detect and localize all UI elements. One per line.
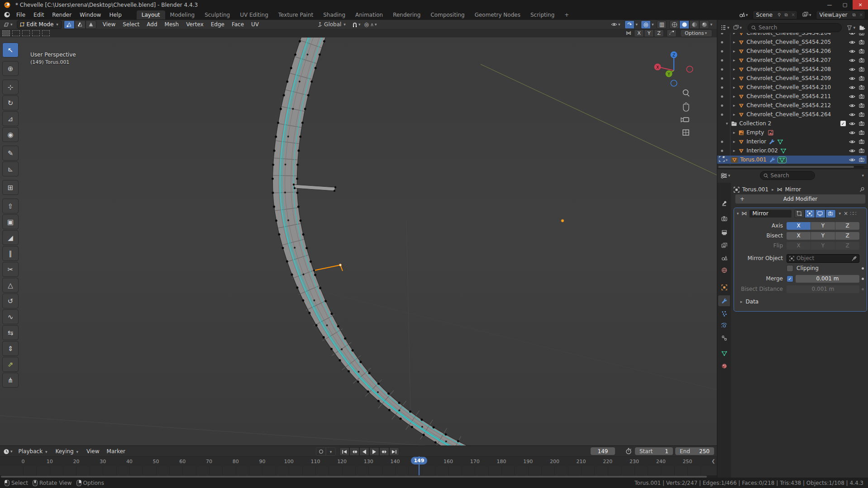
- tool-spin[interactable]: ↺: [2, 294, 19, 308]
- properties-tab-particles[interactable]: [718, 308, 730, 319]
- outliner-row-chevrolet-chevelle-ss454-205[interactable]: ▸Chevrolet_Chevelle_SS454.205: [717, 38, 867, 46]
- pin-icon[interactable]: [859, 187, 865, 192]
- tool-inset-faces[interactable]: ▣: [2, 214, 19, 229]
- duplicate-scene-icon[interactable]: ⧉: [782, 12, 789, 18]
- outliner-filter-icon[interactable]: ▾: [845, 25, 858, 30]
- play-button[interactable]: [369, 447, 379, 456]
- disable-render-icon[interactable]: [858, 39, 865, 45]
- workspace-tab-animation[interactable]: Animation: [350, 10, 388, 19]
- shading-dropdown[interactable]: ▾: [709, 22, 713, 27]
- edge-select-button[interactable]: [75, 20, 86, 29]
- tool-smooth[interactable]: ∿: [2, 309, 19, 324]
- properties-tab-view-layer[interactable]: [718, 240, 730, 251]
- on-cage-toggle[interactable]: [794, 209, 805, 218]
- menu-help[interactable]: Help: [105, 10, 125, 19]
- merge-checkbox[interactable]: ✓: [787, 275, 793, 282]
- outliner-row-collection-2[interactable]: ▾Collection 2✓: [717, 119, 867, 128]
- outliner-search[interactable]: Search: [748, 23, 842, 32]
- outliner-row-chevrolet-chevelle-ss454-207[interactable]: ▸Chevrolet_Chevelle_SS454.207: [717, 56, 867, 64]
- expand-arrow-icon[interactable]: ▸: [733, 33, 735, 35]
- tool-knife[interactable]: ✂: [2, 262, 19, 277]
- expand-arrow-icon[interactable]: ▸: [733, 112, 735, 117]
- eyedropper-icon[interactable]: [852, 256, 857, 261]
- hide-eye-icon[interactable]: [849, 85, 855, 90]
- workspace-tab-texture-paint[interactable]: Texture Paint: [273, 10, 318, 19]
- current-frame-field[interactable]: 149: [591, 447, 615, 455]
- overlays-toggle[interactable]: ◎: [641, 20, 651, 29]
- properties-tab-world[interactable]: [718, 265, 730, 275]
- viewport-menu-select[interactable]: Select: [119, 20, 143, 28]
- workspace-tab-sculpting[interactable]: Sculpting: [200, 10, 235, 19]
- hide-eye-icon[interactable]: [849, 148, 855, 154]
- expand-arrow-icon[interactable]: ▸: [733, 49, 735, 53]
- tool-extrude-region[interactable]: ⇧: [2, 199, 19, 213]
- playback-range-icon[interactable]: [625, 448, 632, 455]
- tool-add-cube[interactable]: ⊞: [2, 180, 19, 195]
- properties-options-dropdown[interactable]: ▾: [861, 173, 865, 178]
- viewport-canvas[interactable]: X Y Z: [0, 37, 717, 445]
- hide-eye-icon[interactable]: [849, 139, 855, 145]
- delete-scene-icon[interactable]: ×: [790, 12, 797, 17]
- disable-render-icon[interactable]: [858, 94, 865, 99]
- disable-render-icon[interactable]: [858, 85, 865, 90]
- modifier-extras-dropdown[interactable]: ▾: [838, 211, 842, 216]
- menu-edit[interactable]: Edit: [29, 10, 48, 19]
- axis-y-button[interactable]: Y: [811, 222, 835, 230]
- workspace-tab-shading[interactable]: Shading: [318, 10, 350, 19]
- overlays-dropdown[interactable]: ▾: [651, 22, 655, 27]
- tool-options-dropdown[interactable]: Options▾: [680, 29, 712, 37]
- hide-eye-icon[interactable]: [849, 157, 855, 163]
- collection-checkbox[interactable]: ✓: [840, 120, 846, 127]
- play-reverse-button[interactable]: [359, 447, 369, 456]
- flip-z-button[interactable]: Z: [835, 242, 859, 250]
- auto-keying-toggle[interactable]: [316, 447, 326, 456]
- current-frame-indicator[interactable]: 149: [411, 457, 427, 464]
- workspace-tab-modeling[interactable]: Modeling: [165, 10, 200, 19]
- snap-options-icon[interactable]: [667, 29, 677, 37]
- collapse-arrow-icon[interactable]: ▾: [726, 121, 728, 126]
- auto-keying-dropdown[interactable]: ▾: [326, 447, 336, 456]
- tool-scale[interactable]: ⊿: [2, 111, 19, 126]
- new-collection-icon[interactable]: [858, 25, 867, 31]
- add-modifier-button[interactable]: + Add Modifier: [735, 194, 866, 204]
- expand-arrow-icon[interactable]: ▸: [726, 157, 728, 162]
- gizmo-z-neg[interactable]: [671, 80, 677, 86]
- workspace-tab-uv-editing[interactable]: UV Editing: [235, 10, 273, 19]
- disable-render-icon[interactable]: [858, 76, 865, 81]
- expand-arrow-icon[interactable]: ▸: [733, 103, 735, 108]
- hide-eye-icon[interactable]: [849, 57, 855, 63]
- outliner-row-chevrolet-chevelle-ss454-209[interactable]: ▸Chevrolet_Chevelle_SS454.209: [717, 74, 867, 82]
- viewport-menu-vertex[interactable]: Vertex: [182, 20, 207, 28]
- bisect-y-button[interactable]: Y: [811, 232, 835, 240]
- disable-render-icon[interactable]: [858, 157, 865, 162]
- tool-rotate[interactable]: ↻: [2, 95, 19, 110]
- shading-wireframe-button[interactable]: [669, 20, 679, 29]
- pin-icon[interactable]: ⚲: [776, 12, 782, 17]
- bisect-x-button[interactable]: X: [787, 232, 811, 240]
- disable-render-icon[interactable]: [858, 33, 865, 36]
- properties-tab-output[interactable]: [718, 227, 730, 238]
- outliner-scrollbar[interactable]: [718, 166, 864, 168]
- tool-bevel[interactable]: ◢: [2, 230, 19, 245]
- hide-eye-icon[interactable]: [849, 130, 855, 136]
- properties-tab-scene[interactable]: [718, 252, 730, 263]
- view-layer-icon[interactable]: ▾: [801, 12, 814, 18]
- outliner-row-chevrolet-chevelle-ss454-211[interactable]: ▸Chevrolet_Chevelle_SS454.211: [717, 92, 867, 100]
- expand-arrow-icon[interactable]: ▸: [733, 148, 735, 153]
- scene-type-icon[interactable]: ▾: [738, 12, 750, 18]
- tool-cursor[interactable]: ⊕: [2, 61, 19, 76]
- properties-tab-tool[interactable]: [718, 198, 730, 209]
- timeline-menu-playback[interactable]: Playback ▾: [15, 447, 52, 455]
- timeline-track[interactable]: [0, 466, 717, 475]
- tool-move[interactable]: ⊹: [2, 80, 19, 95]
- expand-arrow-icon[interactable]: ▸: [733, 58, 735, 62]
- properties-tab-physics[interactable]: [718, 320, 730, 331]
- disable-render-icon[interactable]: [858, 148, 865, 153]
- properties-editor-type-icon[interactable]: ▾: [719, 173, 733, 179]
- proportional-editing-icon[interactable]: ◎∧▾: [362, 21, 379, 28]
- workspace-tab-compositing[interactable]: Compositing: [425, 10, 469, 19]
- vertex-select-button[interactable]: [64, 20, 75, 29]
- animate-dot[interactable]: [862, 278, 864, 280]
- tool-poly-build[interactable]: △: [2, 278, 19, 293]
- show-hide-dropdown[interactable]: ▾: [610, 22, 623, 27]
